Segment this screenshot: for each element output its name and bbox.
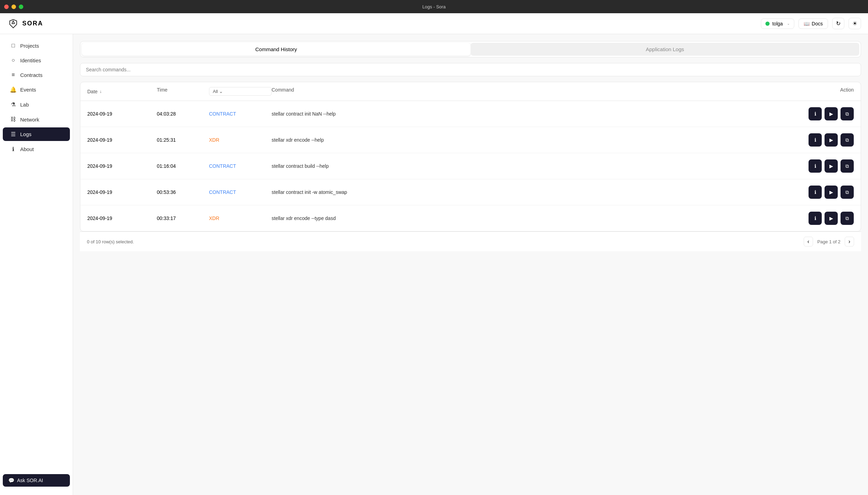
next-page-button[interactable]: › — [845, 237, 854, 246]
row1-command: stellar contract init NaN --help — [272, 111, 791, 117]
row1-actions: ℹ ▶ ⧉ — [791, 107, 854, 120]
table-header: Date ↓ Time All ⌄ Command Action — [80, 82, 861, 101]
table-row: 2024-09-19 01:25:31 XDR stellar xdr enco… — [80, 127, 861, 153]
prev-page-icon: ‹ — [807, 238, 809, 244]
row1-info-button[interactable]: ℹ — [809, 107, 822, 120]
sidebar: □ Projects ○ Identities ≡ Contracts 🔔 Ev… — [0, 34, 73, 495]
row5-date: 2024-09-19 — [87, 215, 157, 221]
header-right: tolga ⌄ 📖 Docs ↻ ☀ — [761, 18, 861, 29]
theme-button[interactable]: ☀ — [849, 18, 861, 29]
projects-icon: □ — [10, 42, 17, 49]
sidebar-item-projects[interactable]: □ Projects — [3, 39, 70, 52]
row3-copy-button[interactable]: ⧉ — [841, 159, 854, 173]
prev-page-button[interactable]: ‹ — [804, 237, 813, 246]
sidebar-label-projects: Projects — [20, 43, 39, 49]
tab-application-logs-label: Application Logs — [646, 46, 684, 52]
row3-actions: ℹ ▶ ⧉ — [791, 159, 854, 173]
docs-button[interactable]: 📖 Docs — [798, 18, 828, 29]
docs-icon: 📖 — [804, 21, 810, 26]
titlebar-controls — [4, 5, 23, 9]
tab-application-logs[interactable]: Application Logs — [471, 43, 859, 56]
row3-time: 01:16:04 — [157, 163, 209, 169]
tab-command-history[interactable]: Command History — [82, 43, 471, 56]
col-action-label: Action — [840, 87, 854, 93]
sidebar-item-about[interactable]: ℹ About — [3, 142, 70, 156]
row1-copy-button[interactable]: ⧉ — [841, 107, 854, 120]
logs-icon: ☰ — [10, 131, 17, 138]
row4-info-button[interactable]: ℹ — [809, 186, 822, 199]
type-filter-select[interactable]: All ⌄ — [209, 87, 272, 96]
sidebar-item-logs[interactable]: ☰ Logs — [3, 127, 70, 141]
chevron-down-icon: ⌄ — [787, 22, 790, 25]
main-content: Command History Application Logs Date ↓ … — [73, 34, 868, 495]
about-icon: ℹ — [10, 146, 17, 152]
row5-command: stellar xdr encode --type dasd — [272, 215, 791, 221]
theme-icon: ☀ — [852, 20, 857, 27]
row3-info-button[interactable]: ℹ — [809, 159, 822, 173]
row4-play-button[interactable]: ▶ — [825, 186, 838, 199]
col-type-filter[interactable]: All ⌄ — [209, 87, 272, 96]
row3-play-button[interactable]: ▶ — [825, 159, 838, 173]
sidebar-item-identities[interactable]: ○ Identities — [3, 54, 70, 67]
row3-command: stellar contract build --help — [272, 163, 791, 169]
window-title: Logs - Sora — [422, 4, 445, 9]
row4-time: 00:53:36 — [157, 189, 209, 195]
app-body: □ Projects ○ Identities ≡ Contracts 🔔 Ev… — [0, 34, 868, 495]
col-action: Action — [791, 87, 854, 96]
row4-date: 2024-09-19 — [87, 189, 157, 195]
user-avatar — [765, 22, 770, 26]
tab-command-history-label: Command History — [255, 46, 297, 52]
sidebar-label-about: About — [20, 146, 34, 152]
search-input[interactable] — [80, 63, 861, 76]
row5-play-button[interactable]: ▶ — [825, 212, 838, 225]
ask-icon: 💬 — [8, 478, 14, 483]
row2-command: stellar xdr encode --help — [272, 137, 791, 143]
selection-text: 0 of 10 row(s) selected. — [87, 239, 134, 244]
docs-label: Docs — [812, 21, 823, 26]
user-selector[interactable]: tolga ⌄ — [761, 18, 794, 29]
sidebar-item-network[interactable]: ⛓ Network — [3, 113, 70, 126]
maximize-button[interactable] — [19, 5, 23, 9]
col-time-label: Time — [157, 87, 168, 93]
sidebar-footer: 💬 Ask SOR.AI — [0, 470, 73, 491]
sidebar-item-lab[interactable]: ⚗ Lab — [3, 98, 70, 111]
row4-command: stellar contract init -w atomic_swap — [272, 189, 791, 195]
refresh-icon: ↻ — [836, 20, 841, 27]
sidebar-item-events[interactable]: 🔔 Events — [3, 83, 70, 96]
row5-time: 00:33:17 — [157, 215, 209, 221]
row1-type: CONTRACT — [209, 111, 272, 117]
close-button[interactable] — [4, 5, 9, 9]
ask-sorai-button[interactable]: 💬 Ask SOR.AI — [3, 474, 70, 487]
row2-type: XDR — [209, 137, 272, 143]
logo: SORA — [7, 17, 43, 30]
network-icon: ⛓ — [10, 116, 17, 123]
refresh-button[interactable]: ↻ — [832, 18, 844, 29]
lab-icon: ⚗ — [10, 101, 17, 108]
row5-info-button[interactable]: ℹ — [809, 212, 822, 225]
row4-copy-button[interactable]: ⧉ — [841, 186, 854, 199]
sidebar-label-logs: Logs — [20, 131, 32, 137]
row2-play-button[interactable]: ▶ — [825, 133, 838, 147]
page-indicator: Page 1 of 2 — [817, 239, 841, 244]
next-page-icon: › — [849, 238, 850, 244]
row1-play-button[interactable]: ▶ — [825, 107, 838, 120]
tabs: Command History Application Logs — [80, 41, 861, 57]
row1-date: 2024-09-19 — [87, 111, 157, 117]
header: SORA tolga ⌄ 📖 Docs ↻ ☀ — [0, 13, 868, 34]
row2-copy-button[interactable]: ⧉ — [841, 133, 854, 147]
row2-info-button[interactable]: ℹ — [809, 133, 822, 147]
sidebar-item-contracts[interactable]: ≡ Contracts — [3, 68, 70, 81]
events-icon: 🔔 — [10, 86, 17, 93]
sidebar-label-identities: Identities — [20, 57, 41, 63]
titlebar: Logs - Sora — [0, 0, 868, 13]
sidebar-label-events: Events — [20, 87, 36, 93]
row5-copy-button[interactable]: ⧉ — [841, 212, 854, 225]
sort-arrow-icon[interactable]: ↓ — [100, 89, 102, 94]
row5-type: XDR — [209, 215, 272, 221]
sidebar-label-network: Network — [20, 117, 39, 123]
minimize-button[interactable] — [11, 5, 16, 9]
table-row: 2024-09-19 01:16:04 CONTRACT stellar con… — [80, 153, 861, 179]
table-row: 2024-09-19 00:53:36 CONTRACT stellar con… — [80, 179, 861, 205]
col-date: Date ↓ — [87, 87, 157, 96]
row4-actions: ℹ ▶ ⧉ — [791, 186, 854, 199]
